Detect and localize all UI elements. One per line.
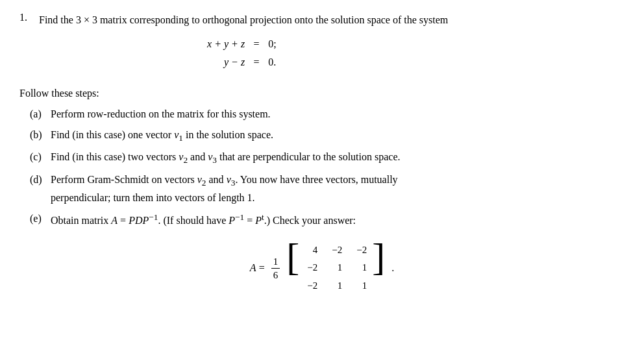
matrix-period: . [391, 262, 394, 274]
step-b: (b) Find (in this case) one vector v1 in… [19, 127, 625, 145]
cell-0-1: −2 [329, 242, 342, 259]
frac-numerator: 1 [271, 256, 280, 269]
cell-2-0: −2 [304, 278, 317, 295]
bracket-left-icon [286, 239, 299, 297]
step-d: (d) Perform Gram-Schmidt on vectors v2 a… [19, 171, 625, 206]
step-e-label: (e) [30, 210, 47, 229]
cell-0-0: 4 [304, 242, 317, 259]
cell-2-2: 1 [354, 278, 367, 295]
cell-1-0: −2 [304, 260, 317, 276]
step-c-content: Find (in this case) two vectors v2 and v… [51, 149, 625, 167]
equation-row-1: x + y + z = 0; [193, 35, 294, 54]
step-b-content: Find (in this case) one vector v1 in the… [51, 127, 625, 145]
frac-denominator: 6 [271, 269, 280, 281]
problem-text: Find the 3 × 3 matrix corresponding to o… [39, 12, 448, 76]
step-c-label: (c) [30, 149, 47, 167]
eq1-rhs: 0; [268, 35, 294, 54]
fraction: 1 6 [271, 256, 280, 281]
cell-2-1: 1 [329, 278, 342, 295]
matrix-wrapper: 4 −2 −2 −2 1 1 −2 1 1 [286, 239, 385, 297]
step-d-label: (d) [30, 171, 47, 206]
step-a-label: (a) [30, 106, 47, 123]
problem-number: 1. [19, 12, 34, 76]
matrix-lhs: A = [250, 262, 265, 274]
steps-list: (a) Perform row-reduction on the matrix … [19, 106, 625, 229]
eq1-sign: = [245, 35, 268, 54]
cell-1-2: 1 [354, 260, 367, 276]
step-c: (c) Find (in this case) two vectors v2 a… [19, 149, 625, 167]
follow-steps-label: Follow these steps: [19, 88, 625, 99]
step-b-label: (b) [30, 127, 47, 145]
cell-0-2: −2 [354, 242, 367, 259]
problem-container: 1. Find the 3 × 3 matrix corresponding t… [19, 12, 625, 76]
equation-row-2: y − z = 0. [193, 53, 294, 72]
eq2-rhs: 0. [268, 53, 294, 72]
step-a-content: Perform row-reduction on the matrix for … [51, 106, 625, 123]
matrix-grid: 4 −2 −2 −2 1 1 −2 1 1 [299, 239, 372, 297]
eq2-sign: = [245, 53, 268, 72]
step-a: (a) Perform row-reduction on the matrix … [19, 106, 625, 123]
cell-1-1: 1 [329, 260, 342, 276]
step-d-content: Perform Gram-Schmidt on vectors v2 and v… [51, 171, 625, 206]
matrix-block: A = 1 6 4 −2 −2 −2 1 1 −2 1 1 . [19, 239, 625, 297]
equations-block: x + y + z = 0; y − z = 0. [39, 35, 448, 73]
problem-intro: Find the 3 × 3 matrix corresponding to o… [39, 14, 448, 25]
step-e: (e) Obtain matrix A = PDP−1. (If should … [19, 210, 625, 229]
eq1-lhs: x + y + z [193, 35, 245, 54]
eq2-lhs: y − z [193, 53, 245, 72]
matrix-equation: A = 1 6 4 −2 −2 −2 1 1 −2 1 1 . [250, 239, 394, 297]
bracket-right-icon [372, 239, 385, 297]
step-e-content: Obtain matrix A = PDP−1. (If should have… [51, 210, 625, 229]
